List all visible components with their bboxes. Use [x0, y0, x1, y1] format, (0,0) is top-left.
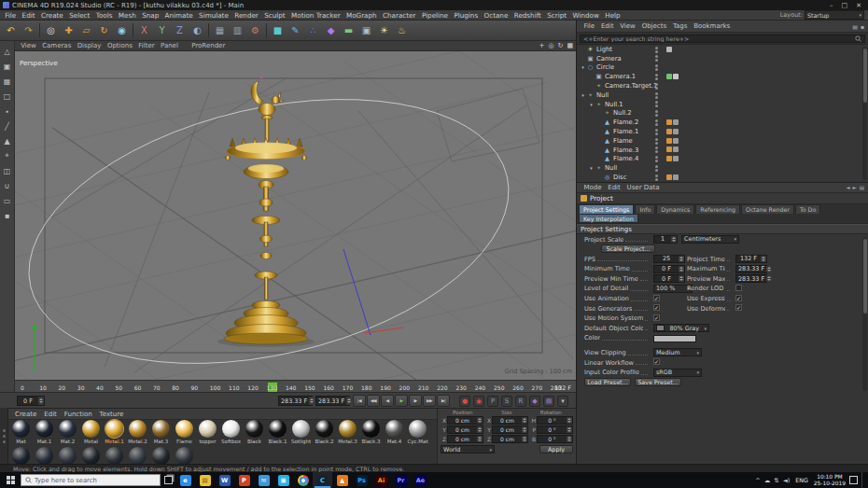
tag-icon[interactable]	[666, 74, 672, 79]
prev-key-button[interactable]: ◀◀	[367, 395, 380, 407]
tag-icon[interactable]	[666, 146, 672, 152]
preview-max-time-input[interactable]: 283.33 F	[735, 274, 767, 283]
spinner-arrows-icon[interactable]	[567, 436, 572, 442]
menu-render[interactable]: Render	[231, 11, 261, 20]
onedrive-icon[interactable]: ☁	[764, 477, 771, 484]
texture-mode-icon[interactable]: ▦	[2, 76, 13, 87]
expand-icon[interactable]: ▾	[588, 102, 595, 107]
spinner-arrows-icon[interactable]	[522, 426, 527, 433]
taskbar-search-input[interactable]: Type here to search	[21, 474, 161, 486]
spinner-arrows-icon[interactable]	[679, 256, 684, 262]
record-position-icon[interactable]: P	[487, 396, 498, 407]
camera-pan-icon[interactable]: +	[539, 42, 545, 49]
object-row-null-1[interactable]: ▾⌖Null.1	[577, 100, 868, 109]
polygons-mode-icon[interactable]: ▲	[2, 135, 13, 146]
visibility-dots[interactable]	[655, 47, 658, 53]
view-clipping-dropdown[interactable]: Medium▾	[653, 348, 702, 356]
z-axis-lock-icon[interactable]: Z	[171, 21, 189, 39]
menu-character[interactable]: Character	[380, 11, 419, 20]
language-indicator[interactable]: ENG	[793, 477, 810, 483]
rotate-tool-icon[interactable]: ↻	[95, 21, 113, 39]
add-environment-icon[interactable]: ▬	[340, 21, 357, 39]
start-button[interactable]	[0, 472, 21, 488]
points-mode-icon[interactable]: ∙	[2, 105, 13, 117]
last-tool-icon[interactable]: ◉	[113, 21, 131, 39]
tray-expand-icon[interactable]: ^	[755, 477, 760, 484]
fps-input[interactable]: 25	[653, 255, 685, 263]
tag-icon[interactable]	[673, 129, 679, 134]
use-deformers-checkbox[interactable]: ✓	[735, 304, 742, 311]
object-row-circle[interactable]: ▾○Circle	[577, 63, 868, 73]
expand-icon[interactable]: ▾	[580, 92, 586, 98]
visibility-dots[interactable]	[655, 92, 658, 99]
material-item-flame[interactable]: Flame	[173, 420, 196, 444]
object-row-flame-1[interactable]: ▲Flame.1	[577, 127, 868, 136]
viewport-menu-view[interactable]: View	[18, 42, 39, 49]
menu-plugins[interactable]: Plugins	[451, 11, 481, 20]
menu-help[interactable]: Help	[602, 11, 623, 20]
spinner-arrows-icon[interactable]	[766, 266, 772, 272]
menu-sculpt[interactable]: Sculpt	[261, 11, 288, 20]
visibility-dots[interactable]	[655, 165, 658, 172]
project-scale-unit-dropdown[interactable]: Centimeters▾	[681, 235, 739, 244]
record-keyframe-button[interactable]: ●	[459, 396, 470, 407]
add-light-icon[interactable]: ☀	[375, 21, 393, 39]
visibility-dots[interactable]	[655, 110, 658, 117]
visibility-dots[interactable]	[655, 129, 658, 135]
close-button[interactable]: ✕	[856, 2, 861, 9]
spinner-arrows-icon[interactable]	[567, 417, 572, 424]
enable-axis-icon[interactable]: ⌖	[2, 150, 13, 161]
render-picture-viewer-icon[interactable]: ▥	[229, 21, 246, 39]
coord-r-p-input[interactable]: 0 °	[537, 425, 573, 434]
spinner-arrows-icon[interactable]	[671, 236, 677, 243]
om-menu-bookmarks[interactable]: Bookmarks	[691, 22, 734, 30]
tag-icon[interactable]	[666, 129, 672, 134]
coord-r-b-input[interactable]: 0 °	[537, 435, 573, 443]
use-motion-system-checkbox[interactable]: ✓	[653, 314, 660, 321]
visibility-dots[interactable]	[655, 138, 658, 145]
render-settings-icon[interactable]: ⚙	[246, 21, 264, 39]
visibility-dots[interactable]	[655, 74, 658, 80]
object-row-disc[interactable]: ◎Disc	[577, 173, 868, 182]
object-row-camera[interactable]: ▣Camera	[577, 54, 868, 63]
history-back-icon[interactable]: ◄	[846, 185, 849, 190]
tab-referencing[interactable]: Referencing	[695, 204, 740, 214]
scale-project-button[interactable]: Scale Project...	[601, 244, 655, 253]
material-item[interactable]	[33, 447, 56, 464]
spinner-arrows-icon[interactable]	[679, 266, 684, 272]
spinner-arrows-icon[interactable]	[38, 397, 44, 405]
tab-to-do[interactable]: To Do	[795, 204, 820, 214]
y-axis-lock-icon[interactable]: Y	[153, 21, 171, 39]
coord-p-z-input[interactable]: 0 cm	[447, 435, 483, 443]
material-item[interactable]	[56, 447, 79, 464]
camera-rotate-icon[interactable]: ↻	[558, 42, 564, 49]
visibility-dots[interactable]	[655, 146, 658, 153]
menu-pipeline[interactable]: Pipeline	[419, 11, 452, 20]
illustrator-icon[interactable]: Ai	[371, 472, 391, 488]
next-key-button[interactable]: ▶▶	[423, 395, 436, 407]
coord-p-y-input[interactable]: 0 cm	[447, 425, 483, 434]
aftereffects-icon[interactable]: Ae	[411, 472, 430, 488]
record-rotation-icon[interactable]: R	[515, 396, 526, 407]
next-frame-button[interactable]: ▶	[409, 395, 422, 407]
cinema4d-icon[interactable]: C	[313, 472, 332, 488]
material-item[interactable]	[103, 447, 126, 464]
object-search-input[interactable]: <+Enter your search string here+>	[580, 35, 865, 43]
menu-octane[interactable]: Octane	[481, 11, 511, 20]
object-row-null[interactable]: ▾⌖Null	[577, 163, 868, 173]
viewport-menu-cameras[interactable]: Cameras	[39, 42, 75, 49]
project-scale-input[interactable]: 1	[653, 235, 678, 244]
material-item-sotlight[interactable]: Sotlight	[289, 420, 313, 444]
edges-mode-icon[interactable]: ╱	[2, 120, 13, 132]
tag-icon[interactable]	[666, 119, 672, 125]
viewport-filter-icon[interactable]: ◫	[2, 165, 13, 176]
material-item-mat-4[interactable]: Mat.4	[383, 420, 406, 444]
autokeying-button[interactable]: ◉	[473, 396, 484, 407]
lock-workplane-icon[interactable]: ▪	[2, 210, 13, 221]
viewport-canvas[interactable]: Perspective Grid Spacing : 100 cm	[15, 51, 576, 380]
x-axis-lock-icon[interactable]: X	[135, 21, 153, 39]
viewport-menu-prorender[interactable]: ProRender	[189, 42, 228, 49]
coord-s-x-input[interactable]: 0 cm	[492, 416, 528, 425]
record-parameter-icon[interactable]: ◆	[529, 396, 540, 407]
visibility-dots[interactable]	[655, 83, 658, 90]
